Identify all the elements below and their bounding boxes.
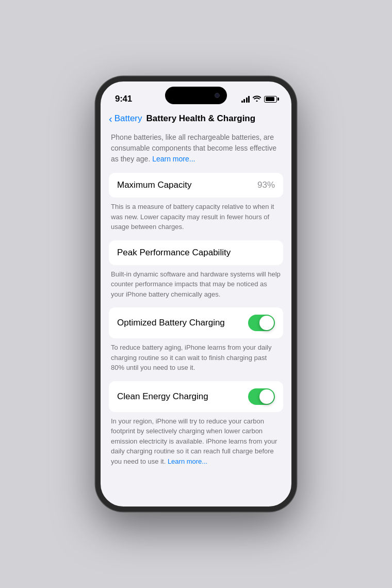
clean-energy-row: Clean Energy Charging	[109, 381, 283, 412]
clean-energy-toggle[interactable]	[248, 388, 275, 405]
optimized-charging-toggle[interactable]	[248, 315, 275, 331]
peak-performance-label: Peak Performance Capability	[117, 248, 231, 258]
optimized-charging-thumb	[259, 316, 274, 330]
optimized-charging-description: To reduce battery aging, iPhone learns f…	[109, 342, 283, 373]
intro-learn-more[interactable]: Learn more...	[152, 155, 195, 163]
clean-energy-card: Clean Energy Charging	[109, 381, 283, 412]
clean-energy-label: Clean Energy Charging	[117, 391, 208, 402]
page-title: Battery Health & Charging	[146, 113, 256, 124]
dynamic-island	[165, 87, 227, 104]
phone-frame: 9:41	[95, 76, 297, 512]
clean-energy-thumb	[259, 389, 274, 404]
wifi-icon	[253, 95, 261, 103]
maximum-capacity-description: This is a measure of battery capacity re…	[109, 202, 283, 232]
peak-performance-card: Peak Performance Capability	[109, 240, 283, 265]
peak-performance-description: Built-in dynamic software and hardware s…	[109, 269, 283, 300]
clean-energy-learn-more[interactable]: Learn more...	[168, 458, 207, 465]
optimized-charging-card: Optimized Battery Charging	[109, 307, 283, 338]
optimized-charging-label: Optimized Battery Charging	[117, 318, 225, 328]
signal-icon	[241, 96, 250, 103]
maximum-capacity-label: Maximum Capacity	[117, 180, 192, 190]
status-bar: 9:41	[101, 81, 291, 109]
camera-dot	[215, 93, 220, 98]
maximum-capacity-card: Maximum Capacity 93%	[109, 173, 283, 198]
battery-icon	[264, 96, 277, 103]
back-label[interactable]: Battery	[115, 113, 142, 124]
optimized-charging-row: Optimized Battery Charging	[109, 307, 283, 338]
clean-energy-description: In your region, iPhone will try to reduc…	[109, 416, 283, 467]
intro-description: Phone batteries, like all rechargeable b…	[109, 132, 283, 165]
maximum-capacity-value: 93%	[257, 180, 275, 190]
nav-header: ‹ Battery Battery Health & Charging	[101, 109, 291, 130]
status-icons	[241, 95, 277, 103]
content-area: Phone batteries, like all rechargeable b…	[101, 130, 291, 507]
back-chevron-icon: ‹	[109, 113, 112, 124]
screen: 9:41	[101, 81, 291, 507]
status-time: 9:41	[115, 94, 132, 104]
back-button[interactable]: ‹ Battery	[109, 113, 142, 124]
maximum-capacity-row: Maximum Capacity 93%	[109, 173, 283, 198]
peak-performance-row: Peak Performance Capability	[109, 240, 283, 265]
